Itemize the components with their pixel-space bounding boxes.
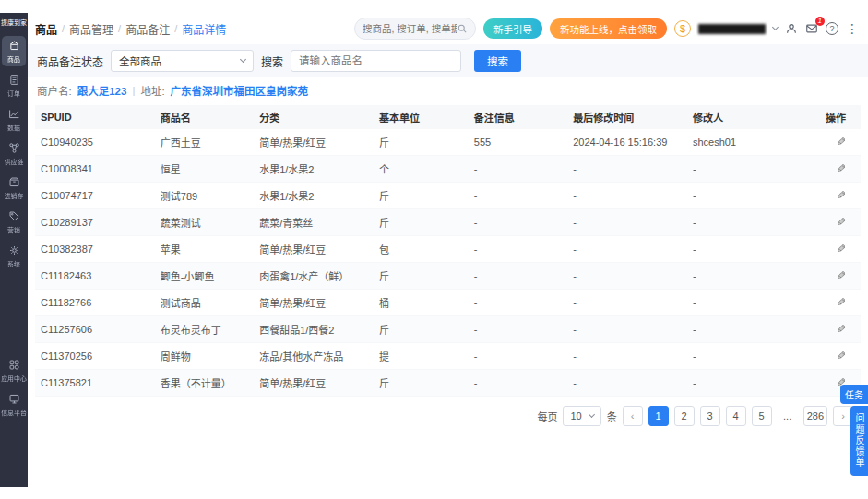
cell-unit: 包 — [374, 242, 469, 256]
global-search-input[interactable] — [363, 23, 457, 34]
sidebar-item-5[interactable]: 进销存 — [2, 172, 26, 203]
merchant-name-value[interactable]: 跟大足123 — [77, 83, 127, 98]
page-button-2[interactable]: 2 — [674, 406, 695, 426]
cell-name: 测试789 — [155, 188, 254, 203]
prev-page-button[interactable]: ‹ — [623, 406, 643, 426]
feedback-floating-tab[interactable]: 问题反馈单 — [850, 406, 868, 476]
chevron-down-icon[interactable] — [772, 24, 779, 30]
edit-icon[interactable]: ✎ — [837, 323, 846, 336]
cell-spuid: C10008341 — [35, 163, 155, 174]
table-row: C11370256周鲜物冻品/其他水产冻品提---✎ — [35, 343, 861, 370]
cell-name: 周鲜物 — [155, 349, 254, 363]
cell-category: 蔬菜/青菜丝 — [254, 215, 374, 230]
search-button[interactable]: 搜索 — [474, 50, 521, 72]
guide-button[interactable]: 新手引导 — [483, 18, 542, 39]
table-row: C11182766测试商品简单/热果/红豆桶---✎ — [35, 290, 861, 316]
cell-name: 蔬菜测试 — [155, 215, 254, 230]
cell-unit: 斤 — [374, 322, 469, 337]
task-floating-tab[interactable]: 任务 — [840, 385, 868, 404]
search-filter-label: 搜索 — [261, 53, 283, 69]
per-page-unit-label: 条 — [607, 409, 617, 423]
status-filter-label: 商品备注状态 — [37, 53, 103, 69]
more-button[interactable]: ⋮ — [846, 21, 859, 36]
cell-spuid: C10289137 — [35, 217, 155, 228]
cell-remark: - — [469, 297, 567, 308]
cell-category: 简单/热果/红豆 — [254, 295, 374, 310]
edit-icon[interactable]: ✎ — [837, 136, 846, 149]
table-row: C10008341恒星水果1/水果2个---✎ — [35, 156, 861, 183]
supply-chain-icon — [8, 142, 20, 154]
edit-icon[interactable]: ✎ — [837, 162, 846, 175]
currency-icon[interactable]: $ — [674, 20, 691, 37]
contacts-button[interactable] — [785, 22, 798, 35]
cell-spuid: C11182463 — [35, 270, 155, 281]
cell-category: 简单/热果/红豆 — [254, 135, 374, 149]
status-filter-select[interactable]: 全部商品 — [111, 50, 254, 72]
cell-action: ✎ — [803, 162, 861, 175]
marketing-icon — [8, 210, 20, 222]
cell-unit: 提 — [374, 349, 469, 363]
per-page-select[interactable]: 10 — [563, 406, 600, 426]
cell-modified: - — [567, 217, 687, 228]
breadcrumb-item-2[interactable]: 商品管理 — [69, 21, 113, 37]
app-center-icon — [8, 359, 20, 371]
page-button-286[interactable]: 286 — [803, 406, 827, 426]
promo-button[interactable]: 新功能上线，点击领取 — [550, 18, 667, 39]
cell-modifier: - — [687, 244, 803, 255]
help-button[interactable]: ? — [826, 22, 838, 35]
cell-remark: - — [469, 270, 567, 281]
edit-icon[interactable]: ✎ — [837, 189, 846, 202]
product-icon — [8, 40, 20, 52]
sidebar-bottom-item-2[interactable]: 信息平台 — [2, 389, 26, 420]
edit-icon[interactable]: ✎ — [837, 243, 846, 255]
app-logo: 提康到家 — [1, 19, 27, 27]
message-button[interactable]: 1 — [805, 22, 818, 35]
page-button-3[interactable]: 3 — [700, 406, 720, 426]
merchant-address-value[interactable]: 广东省深圳市福田区皇岗家苑 — [171, 83, 309, 98]
cell-action: ✎ — [803, 243, 861, 255]
page-buttons: 12345...286 — [648, 406, 827, 426]
chevron-down-icon — [240, 56, 246, 63]
cell-category: 水果1/水果2 — [254, 188, 374, 203]
edit-icon[interactable]: ✎ — [837, 216, 846, 229]
sidebar-bottom-item-1[interactable]: 应用中心 — [2, 355, 26, 386]
sidebar-item-3[interactable]: 数据 — [2, 104, 26, 135]
cell-action: ✎ — [803, 136, 861, 149]
sidebar-item-7[interactable]: 系统 — [2, 241, 26, 271]
breadcrumb-item-3[interactable]: 商品备注 — [125, 21, 170, 37]
divider: | — [132, 85, 135, 96]
sidebar-item-label: 营销 — [7, 225, 20, 233]
page-button-1[interactable]: 1 — [648, 406, 669, 426]
sidebar-item-label: 系统 — [7, 259, 20, 267]
edit-icon[interactable]: ✎ — [837, 296, 846, 309]
edit-icon[interactable]: ✎ — [837, 350, 846, 362]
cell-spuid: C10382387 — [35, 244, 155, 255]
page-button-4[interactable]: 4 — [726, 406, 746, 426]
cell-spuid: C10940235 — [35, 137, 155, 148]
cell-category: 简单/热果/红豆 — [254, 242, 374, 256]
cell-unit: 斤 — [374, 375, 469, 390]
breadcrumb-separator: / — [62, 23, 65, 34]
topbar-right: 新手引导 新功能上线，点击领取 $ ████████████ 1 — [354, 18, 859, 40]
merchant-name-label: 商户名: — [37, 83, 72, 98]
product-name-input[interactable] — [291, 50, 461, 72]
breadcrumb-item-4[interactable]: 商品详情 — [182, 21, 226, 37]
edit-icon[interactable]: ✎ — [837, 269, 846, 282]
table-row: C11257606布灵布灵布丁西餐甜品1/西餐2斤---✎ — [35, 316, 861, 343]
global-search[interactable] — [354, 18, 476, 40]
page-ellipsis: ... — [778, 406, 798, 426]
message-badge: 1 — [815, 17, 825, 26]
merchant-name-blurred[interactable]: ████████████ — [698, 24, 766, 34]
breadcrumb-item-1[interactable]: 商品 — [35, 21, 57, 37]
cell-remark: - — [469, 350, 567, 362]
sidebar-item-4[interactable]: 供应链 — [2, 138, 26, 169]
sidebar-item-1[interactable]: 商品 — [2, 36, 26, 66]
per-page-label: 每页 — [537, 409, 557, 423]
order-icon — [8, 74, 20, 86]
sidebar-item-6[interactable]: 营销 — [2, 207, 26, 237]
page-button-5[interactable]: 5 — [752, 406, 772, 426]
cell-modified: - — [567, 270, 687, 281]
sidebar-item-2[interactable]: 订单 — [2, 70, 26, 101]
cell-remark: - — [469, 324, 567, 335]
cell-spuid: C11370256 — [35, 350, 155, 362]
